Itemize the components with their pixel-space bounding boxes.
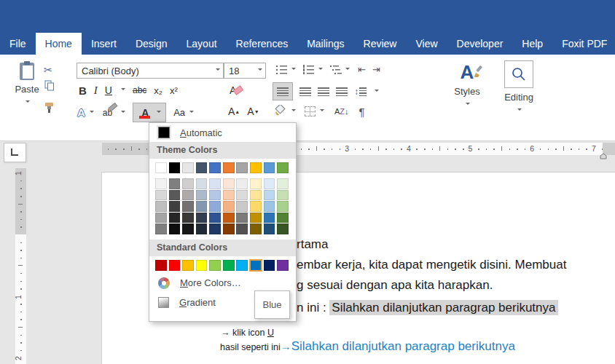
theme-variant-swatch[interactable] xyxy=(155,178,167,189)
line-spacing-button[interactable]: ↕ xyxy=(354,83,367,100)
bullets-icon[interactable] xyxy=(275,65,288,74)
tab-design[interactable]: Design xyxy=(126,33,177,55)
tab-view[interactable]: View xyxy=(406,33,447,55)
standard-color-swatch[interactable] xyxy=(196,260,208,271)
theme-variant-swatch[interactable] xyxy=(264,190,275,201)
theme-variant-swatch[interactable] xyxy=(250,190,262,201)
numbering-icon[interactable] xyxy=(302,65,315,74)
theme-variant-swatch[interactable] xyxy=(264,201,275,212)
theme-variant-swatch[interactable] xyxy=(223,213,235,223)
theme-variant-swatch[interactable] xyxy=(223,223,235,234)
theme-variant-swatch[interactable] xyxy=(209,201,221,212)
theme-variant-swatch[interactable] xyxy=(155,190,167,201)
theme-color-swatch[interactable] xyxy=(209,162,221,173)
sort-button[interactable]: AZ↓ xyxy=(334,103,349,120)
decrease-indent-icon[interactable]: ⇤ xyxy=(358,64,366,75)
tab-file[interactable]: File xyxy=(0,33,36,55)
format-painter-icon[interactable] xyxy=(44,102,55,116)
standard-color-swatch[interactable] xyxy=(236,260,248,271)
styles-button[interactable]: A Styles xyxy=(444,63,490,110)
text-effects-chevron[interactable] xyxy=(90,111,94,115)
theme-variant-swatch[interactable] xyxy=(209,190,221,201)
theme-variant-swatch[interactable] xyxy=(196,213,208,223)
theme-color-swatch[interactable] xyxy=(277,162,289,173)
highlight-chevron[interactable] xyxy=(121,111,125,115)
theme-variant-swatch[interactable] xyxy=(196,178,208,189)
theme-variant-swatch[interactable] xyxy=(169,213,181,223)
theme-variant-swatch[interactable] xyxy=(250,178,262,189)
doc-line-4[interactable]: n ini : Silahkan dilanjutkan paragrap be… xyxy=(297,301,558,315)
theme-variant-swatch[interactable] xyxy=(250,201,262,212)
superscript-button[interactable]: x² xyxy=(170,82,178,99)
theme-variant-swatch[interactable] xyxy=(277,213,289,223)
tab-review[interactable]: Review xyxy=(354,33,407,55)
subscript-button[interactable]: x₂ xyxy=(154,82,162,99)
theme-variant-swatch[interactable] xyxy=(264,213,275,223)
shading-chevron[interactable] xyxy=(291,109,296,114)
theme-variant-swatch[interactable] xyxy=(277,223,289,234)
font-color-button[interactable]: A xyxy=(133,103,166,122)
multilevel-chevron[interactable] xyxy=(345,68,350,72)
theme-variant-swatch[interactable] xyxy=(182,213,194,223)
selected-text[interactable]: Silahkan dilanjutkan paragrap berikutnya xyxy=(329,300,557,315)
theme-variant-swatch[interactable] xyxy=(169,223,181,234)
vertical-ruler[interactable]: 112 xyxy=(15,168,26,364)
theme-variant-swatch[interactable] xyxy=(182,190,194,201)
align-left-button[interactable] xyxy=(273,82,293,100)
theme-variant-swatch[interactable] xyxy=(155,213,167,223)
theme-variant-swatch[interactable] xyxy=(169,201,181,212)
borders-chevron[interactable] xyxy=(320,109,324,114)
font-color-chevron[interactable] xyxy=(157,111,161,115)
theme-variant-swatch[interactable] xyxy=(277,190,289,201)
theme-variant-swatch[interactable] xyxy=(196,190,208,201)
theme-color-swatch[interactable] xyxy=(182,162,194,173)
editing-button[interactable]: Editing xyxy=(503,60,535,116)
tab-references[interactable]: References xyxy=(227,33,298,55)
theme-color-swatch[interactable] xyxy=(223,162,235,173)
copy-icon[interactable] xyxy=(44,80,55,94)
theme-variant-swatch[interactable] xyxy=(277,201,289,212)
theme-color-swatch[interactable] xyxy=(236,162,248,173)
theme-variant-swatch[interactable] xyxy=(236,201,248,212)
tab-insert[interactable]: Insert xyxy=(82,33,126,55)
cut-icon[interactable]: ✂ xyxy=(44,64,52,76)
multilevel-list-icon[interactable] xyxy=(329,65,342,74)
underline-button[interactable]: U xyxy=(105,82,112,99)
tab-selector[interactable] xyxy=(4,143,26,162)
shrink-font-button[interactable]: A▼ xyxy=(247,103,259,120)
numbering-chevron[interactable] xyxy=(318,68,323,72)
theme-variant-swatch[interactable] xyxy=(223,190,235,201)
blue-result-text[interactable]: Silahkan dilanjutkan paragrap berikutnya xyxy=(291,339,515,354)
bullets-chevron[interactable] xyxy=(291,68,296,72)
standard-color-swatch[interactable] xyxy=(277,260,289,271)
strikethrough-button[interactable]: abc xyxy=(133,82,146,99)
standard-color-swatch[interactable] xyxy=(155,260,167,271)
shading-icon[interactable] xyxy=(274,105,287,119)
standard-color-swatch[interactable] xyxy=(169,260,181,271)
theme-variant-swatch[interactable] xyxy=(250,223,262,234)
theme-variant-swatch[interactable] xyxy=(182,201,194,212)
tab-help[interactable]: Help xyxy=(512,33,552,55)
doc-line-1[interactable]: rtama xyxy=(297,237,328,252)
theme-variant-swatch[interactable] xyxy=(155,201,167,212)
line-spacing-chevron[interactable] xyxy=(375,90,379,94)
standard-color-swatch[interactable] xyxy=(223,260,235,271)
align-right-button[interactable] xyxy=(318,83,329,100)
theme-variant-swatch[interactable] xyxy=(155,223,167,234)
theme-variant-swatch[interactable] xyxy=(223,201,235,212)
paste-button[interactable]: Paste xyxy=(9,61,44,108)
theme-variant-swatch[interactable] xyxy=(209,223,221,234)
theme-variant-swatch[interactable] xyxy=(169,190,181,201)
theme-variant-swatch[interactable] xyxy=(182,223,194,234)
tab-mailings[interactable]: Mailings xyxy=(297,33,353,55)
theme-color-swatch[interactable] xyxy=(264,162,275,173)
doc-line-2[interactable]: embar kerja, kita dapat mengetik disini.… xyxy=(297,258,566,272)
change-case-chevron[interactable] xyxy=(189,111,194,115)
theme-variant-swatch[interactable] xyxy=(209,213,221,223)
change-case-button[interactable]: Aa xyxy=(173,104,185,122)
theme-variant-swatch[interactable] xyxy=(169,178,181,189)
theme-variant-swatch[interactable] xyxy=(250,213,262,223)
doc-line-6[interactable]: hasil seperti ini → Silahkan dilanjutkan… xyxy=(220,339,515,354)
tab-developer[interactable]: Developer xyxy=(447,33,513,55)
align-center-button[interactable] xyxy=(299,83,311,100)
